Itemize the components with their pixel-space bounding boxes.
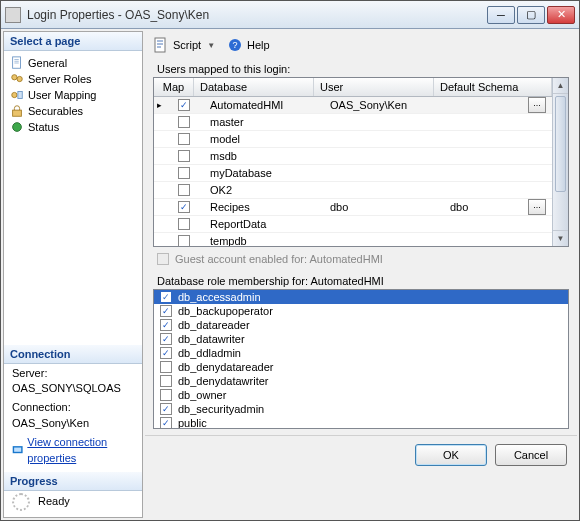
col-database[interactable]: Database xyxy=(194,78,314,96)
role-list[interactable]: ✓db_accessadmin✓db_backupoperator✓db_dat… xyxy=(153,289,569,429)
role-checkbox[interactable]: ✓ xyxy=(160,305,172,317)
page-list: GeneralServer RolesUser MappingSecurable… xyxy=(4,51,142,139)
svg-rect-8 xyxy=(14,447,21,451)
role-item[interactable]: db_owner xyxy=(154,388,568,402)
page-icon xyxy=(10,56,24,70)
sidebar-item-label: User Mapping xyxy=(28,89,96,101)
table-row[interactable]: ▸✓AutomatedHMIOAS_Sony\Ken··· xyxy=(154,97,552,114)
role-label: db_denydatawriter xyxy=(178,375,269,387)
role-checkbox[interactable] xyxy=(160,375,172,387)
map-checkbox[interactable] xyxy=(178,133,190,145)
guest-label: Guest account enabled for: AutomatedHMI xyxy=(175,253,383,265)
connection-info: Server: OAS_SONY\SQLOAS Connection: OAS_… xyxy=(4,364,142,472)
col-user[interactable]: User xyxy=(314,78,434,96)
sidebar-item-status[interactable]: Status xyxy=(6,119,140,135)
script-icon xyxy=(153,37,169,53)
window-icon xyxy=(5,7,21,23)
ok-button[interactable]: OK xyxy=(415,444,487,466)
window-buttons: ─ ▢ ✕ xyxy=(487,6,575,24)
map-checkbox[interactable] xyxy=(178,116,190,128)
scroll-up-icon[interactable]: ▲ xyxy=(553,78,568,94)
connection-value: OAS_Sony\Ken xyxy=(12,416,134,431)
titlebar[interactable]: Login Properties - OAS_Sony\Ken ─ ▢ ✕ xyxy=(1,1,579,29)
sidebar-item-label: General xyxy=(28,57,67,69)
table-row[interactable]: msdb xyxy=(154,148,552,165)
server-label: Server: xyxy=(12,366,134,381)
svg-point-3 xyxy=(12,92,17,97)
sidebar-item-general[interactable]: General xyxy=(6,55,140,71)
grid-scrollbar[interactable]: ▲ ▼ xyxy=(552,78,568,246)
col-map[interactable]: Map xyxy=(154,78,194,96)
role-label: db_backupoperator xyxy=(178,305,273,317)
select-page-header: Select a page xyxy=(4,32,142,51)
table-row[interactable]: ReportData xyxy=(154,216,552,233)
table-row[interactable]: OK2 xyxy=(154,182,552,199)
dialog-footer: OK Cancel xyxy=(145,435,577,476)
svg-text:?: ? xyxy=(233,40,238,50)
sidebar-item-server-roles[interactable]: Server Roles xyxy=(6,71,140,87)
script-button[interactable]: Script ▼ xyxy=(153,37,215,53)
table-row[interactable]: myDatabase xyxy=(154,165,552,182)
page-icon xyxy=(10,104,24,118)
map-checkbox[interactable]: ✓ xyxy=(178,201,190,213)
sidebar-item-securables[interactable]: Securables xyxy=(6,103,140,119)
table-row[interactable]: model xyxy=(154,131,552,148)
role-checkbox[interactable]: ✓ xyxy=(160,417,172,429)
maximize-button[interactable]: ▢ xyxy=(517,6,545,24)
role-checkbox[interactable]: ✓ xyxy=(160,319,172,331)
role-item[interactable]: ✓public xyxy=(154,416,568,429)
view-connection-row: View connection properties xyxy=(12,435,134,466)
script-label: Script xyxy=(173,39,201,51)
role-item[interactable]: db_denydatareader xyxy=(154,360,568,374)
col-schema[interactable]: Default Schema xyxy=(434,78,552,96)
view-connection-properties-link[interactable]: View connection properties xyxy=(27,435,134,466)
role-item[interactable]: db_denydatawriter xyxy=(154,374,568,388)
toolbar: Script ▼ ? Help xyxy=(145,31,577,61)
browse-button[interactable]: ··· xyxy=(528,97,546,113)
map-checkbox[interactable] xyxy=(178,184,190,196)
row-indicator-icon: ▸ xyxy=(154,100,164,110)
svg-point-1 xyxy=(12,75,17,80)
table-row[interactable]: master xyxy=(154,114,552,131)
browse-button[interactable]: ··· xyxy=(528,199,546,215)
mapping-grid[interactable]: Map Database User Default Schema ▸✓Autom… xyxy=(153,77,569,247)
role-item[interactable]: ✓db_backupoperator xyxy=(154,304,568,318)
role-checkbox[interactable] xyxy=(160,389,172,401)
map-checkbox[interactable] xyxy=(178,150,190,162)
role-item[interactable]: ✓db_datareader xyxy=(154,318,568,332)
mapped-users-label: Users mapped to this login: xyxy=(157,63,569,75)
help-button[interactable]: ? Help xyxy=(227,37,270,53)
role-label: db_ddladmin xyxy=(178,347,241,359)
role-checkbox[interactable]: ✓ xyxy=(160,347,172,359)
close-button[interactable]: ✕ xyxy=(547,6,575,24)
role-checkbox[interactable]: ✓ xyxy=(160,333,172,345)
role-label: db_securityadmin xyxy=(178,403,264,415)
svg-rect-4 xyxy=(18,92,22,99)
help-icon: ? xyxy=(227,37,243,53)
map-checkbox[interactable] xyxy=(178,167,190,179)
role-checkbox[interactable] xyxy=(160,361,172,373)
table-row[interactable]: tempdb xyxy=(154,233,552,246)
scroll-thumb[interactable] xyxy=(555,96,566,192)
role-checkbox[interactable]: ✓ xyxy=(160,291,172,303)
table-row[interactable]: ✓Recipesdbodbo··· xyxy=(154,199,552,216)
map-checkbox[interactable] xyxy=(178,218,190,230)
role-item[interactable]: ✓db_securityadmin xyxy=(154,402,568,416)
cancel-button[interactable]: Cancel xyxy=(495,444,567,466)
role-item[interactable]: ✓db_datawriter xyxy=(154,332,568,346)
connection-label: Connection: xyxy=(12,400,134,415)
role-item[interactable]: ✓db_accessadmin xyxy=(154,290,568,304)
scroll-down-icon[interactable]: ▼ xyxy=(553,230,568,246)
left-pane: Select a page GeneralServer RolesUser Ma… xyxy=(3,31,143,518)
sidebar-item-user-mapping[interactable]: User Mapping xyxy=(6,87,140,103)
minimize-button[interactable]: ─ xyxy=(487,6,515,24)
role-item[interactable]: ✓db_ddladmin xyxy=(154,346,568,360)
map-checkbox[interactable] xyxy=(178,235,190,246)
page-icon xyxy=(10,88,24,102)
role-label: db_owner xyxy=(178,389,226,401)
sidebar-item-label: Status xyxy=(28,121,59,133)
role-checkbox[interactable]: ✓ xyxy=(160,403,172,415)
svg-point-2 xyxy=(17,76,22,81)
map-checkbox[interactable]: ✓ xyxy=(178,99,190,111)
role-label: db_datareader xyxy=(178,319,250,331)
